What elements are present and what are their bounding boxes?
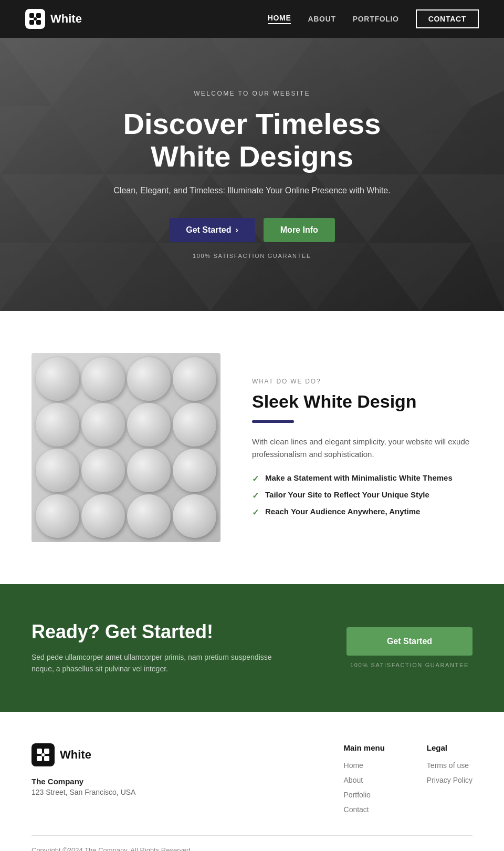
about-title: Sleek White Design <box>252 391 472 412</box>
sphere <box>36 403 79 447</box>
footer-legal-title: Legal <box>427 743 472 752</box>
cta-get-started-button[interactable]: Get Started <box>346 627 472 656</box>
hero-section: WELCOME TO OUR WEBSITE Discover Timeless… <box>0 38 504 311</box>
sphere <box>36 449 79 492</box>
hero-eyebrow: WELCOME TO OUR WEBSITE <box>84 90 420 97</box>
sphere <box>81 449 125 492</box>
sphere <box>173 403 216 447</box>
check-icon: ✓ <box>252 474 259 484</box>
logo-icon <box>25 9 45 29</box>
footer-company-name: The Company <box>32 777 302 786</box>
svg-rect-32 <box>44 749 49 754</box>
hero-buttons: Get Started › More Info <box>84 218 420 242</box>
sphere <box>81 403 125 447</box>
footer-link-portfolio: Portfolio <box>344 790 385 800</box>
footer-legal: Legal Terms of use Privacy Policy <box>427 743 472 814</box>
arrow-icon: › <box>235 225 238 235</box>
cta-description: Sed pede ullamcorper amet ullamcorper pr… <box>32 651 284 675</box>
list-item: ✓ Make a Statement with Minimalistic Whi… <box>252 473 472 484</box>
nav-contact-button[interactable]: CONTACT <box>416 9 479 28</box>
hero-guarantee: 100% SATISFACTION GUARANTEE <box>84 253 420 259</box>
hero-title: Discover Timeless White Designs <box>84 108 420 172</box>
sphere <box>36 357 79 401</box>
about-divider <box>252 420 294 423</box>
footer-logo-icon <box>32 743 55 766</box>
sphere <box>127 449 171 492</box>
sphere <box>173 449 216 492</box>
nav-home[interactable]: HOME <box>268 14 291 24</box>
footer-link-contact: Contact <box>344 805 385 814</box>
footer-logo-text: White <box>60 748 91 762</box>
svg-rect-2 <box>29 20 34 25</box>
svg-rect-3 <box>36 20 41 25</box>
footer-main-menu: Main menu Home About Portfolio Contact <box>344 743 385 814</box>
cta-left: Ready? Get Started! Sed pede ullamcorper… <box>32 621 284 675</box>
footer-divider <box>32 835 472 836</box>
svg-point-35 <box>41 753 45 756</box>
sphere <box>81 357 125 401</box>
about-list: ✓ Make a Statement with Minimalistic Whi… <box>252 473 472 517</box>
about-content: WHAT DO WE DO? Sleek White Design With c… <box>252 378 472 517</box>
cta-section: Ready? Get Started! Sed pede ullamcorper… <box>0 584 504 712</box>
footer-link-terms: Terms of use <box>427 761 472 770</box>
footer-brand: White The Company 123 Street, San Franci… <box>32 743 302 814</box>
footer-link-privacy: Privacy Policy <box>427 775 472 785</box>
nav-links: HOME ABOUT PORTFOLIO CONTACT <box>268 9 479 28</box>
footer: White The Company 123 Street, San Franci… <box>0 712 504 851</box>
navbar: White HOME ABOUT PORTFOLIO CONTACT <box>0 0 504 38</box>
check-icon: ✓ <box>252 491 259 501</box>
footer-link-home: Home <box>344 761 385 770</box>
footer-company-address: 123 Street, San Francisco, USA <box>32 788 302 796</box>
footer-main-links: Home About Portfolio Contact <box>344 761 385 814</box>
footer-main-menu-title: Main menu <box>344 743 385 752</box>
sphere <box>36 494 79 538</box>
svg-rect-1 <box>36 13 41 18</box>
cta-title: Ready? Get Started! <box>32 621 284 643</box>
footer-copyright: Copyright ©2024 The Company, All Rights … <box>32 846 472 851</box>
list-item: ✓ Reach Your Audience Anywhere, Anytime <box>252 507 472 517</box>
hero-content: WELCOME TO OUR WEBSITE Discover Timeless… <box>52 90 452 258</box>
about-eyebrow: WHAT DO WE DO? <box>252 378 472 385</box>
about-description: With clean lines and elegant simplicity,… <box>252 435 472 461</box>
logo[interactable]: White <box>25 9 82 29</box>
sphere <box>173 357 216 401</box>
sphere <box>127 357 171 401</box>
spheres-grid <box>32 353 220 542</box>
nav-about[interactable]: ABOUT <box>308 15 335 23</box>
svg-point-4 <box>34 17 37 20</box>
cta-right: Get Started 100% SATISFACTION GUARANTEE <box>346 627 472 668</box>
svg-rect-33 <box>37 756 42 761</box>
check-icon: ✓ <box>252 507 259 517</box>
list-item: ✓ Tailor Your Site to Reflect Your Uniqu… <box>252 490 472 501</box>
sphere <box>81 494 125 538</box>
nav-portfolio[interactable]: PORTFOLIO <box>353 15 399 23</box>
get-started-button[interactable]: Get Started › <box>169 218 255 242</box>
more-info-button[interactable]: More Info <box>264 218 335 242</box>
sphere <box>127 403 171 447</box>
about-image <box>32 353 220 542</box>
svg-rect-0 <box>29 13 34 18</box>
about-section: WHAT DO WE DO? Sleek White Design With c… <box>0 311 504 584</box>
hero-subtitle: Clean, Elegant, and Timeless: Illuminate… <box>84 184 420 197</box>
svg-rect-34 <box>44 756 49 761</box>
sphere <box>173 494 216 538</box>
sphere <box>127 494 171 538</box>
footer-link-about: About <box>344 775 385 785</box>
logo-text: White <box>50 12 82 26</box>
footer-top: White The Company 123 Street, San Franci… <box>32 743 472 814</box>
footer-logo: White <box>32 743 302 766</box>
svg-rect-31 <box>37 749 42 754</box>
footer-legal-links: Terms of use Privacy Policy <box>427 761 472 785</box>
cta-guarantee: 100% SATISFACTION GUARANTEE <box>350 662 469 668</box>
